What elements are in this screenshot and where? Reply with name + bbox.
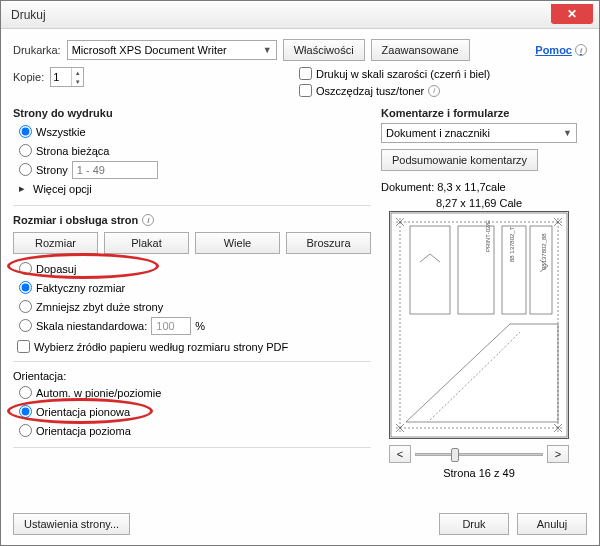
radio-range[interactable]: Strony — [19, 161, 371, 178]
help-link[interactable]: Pomoc i — [535, 44, 587, 56]
info-icon: i — [142, 214, 154, 226]
copies-input[interactable] — [51, 68, 71, 86]
spinner-down-icon[interactable]: ▼ — [72, 77, 83, 86]
svg-text:PRINT-02/E: PRINT-02/E — [485, 220, 491, 252]
prev-page-button[interactable]: < — [389, 445, 411, 463]
spinner-up-icon[interactable]: ▲ — [72, 68, 83, 77]
close-icon[interactable]: ✕ — [551, 4, 593, 24]
save-ink-checkbox[interactable]: Oszczędzaj tusz/toner i — [299, 84, 490, 97]
size-button[interactable]: Rozmiar — [13, 232, 98, 254]
cancel-button[interactable]: Anuluj — [517, 513, 587, 535]
comments-select[interactable]: Dokument i znaczniki ▼ — [381, 123, 577, 143]
page-setup-button[interactable]: Ustawienia strony... — [13, 513, 130, 535]
grayscale-checkbox[interactable]: Drukuj w skali szarości (czerń i biel) — [299, 67, 490, 80]
doc-size-label: Dokument: 8,3 x 11,7cale — [381, 181, 577, 193]
chevron-down-icon: ▼ — [263, 45, 272, 55]
radio-landscape[interactable]: Orientacja pozioma — [19, 422, 371, 439]
radio-fit[interactable]: Dopasuj — [19, 260, 371, 277]
multiple-button[interactable]: Wiele — [195, 232, 280, 254]
comments-summary-button[interactable]: Podsumowanie komentarzy — [381, 149, 538, 171]
chevron-down-icon: ▼ — [563, 128, 572, 138]
printer-label: Drukarka: — [13, 44, 61, 56]
copies-label: Kopie: — [13, 71, 44, 83]
next-page-button[interactable]: > — [547, 445, 569, 463]
pages-header: Strony do wydruku — [13, 107, 371, 119]
pages-range-input[interactable] — [72, 161, 158, 179]
radio-portrait[interactable]: Orientacja pionowa — [19, 403, 371, 420]
printer-select[interactable]: Microsoft XPS Document Writer ▼ — [67, 40, 277, 60]
window-title: Drukuj — [11, 8, 46, 22]
radio-auto-orient[interactable]: Autom. w pionie/poziomie — [19, 384, 371, 401]
svg-text:88 137802_T: 88 137802_T — [509, 226, 515, 262]
booklet-button[interactable]: Broszura — [286, 232, 371, 254]
radio-shrink[interactable]: Zmniejsz zbyt duże strony — [19, 298, 371, 315]
advanced-button[interactable]: Zaawansowane — [371, 39, 470, 61]
scale-input[interactable] — [151, 317, 191, 335]
page-indicator: Strona 16 z 49 — [381, 467, 577, 479]
comments-header: Komentarze i formularze — [381, 107, 577, 119]
size-header: Rozmiar i obsługa stron i — [13, 214, 371, 226]
radio-actual[interactable]: Faktyczny rozmiar — [19, 279, 371, 296]
info-icon: i — [575, 44, 587, 56]
page-slider[interactable] — [415, 447, 543, 461]
radio-current[interactable]: Strona bieżąca — [19, 142, 371, 159]
info-icon: i — [428, 85, 440, 97]
sheet-size-label: 8,27 x 11,69 Cale — [381, 197, 577, 209]
svg-rect-5 — [410, 226, 450, 314]
svg-text:08137802_88: 08137802_88 — [541, 233, 547, 270]
print-button[interactable]: Druk — [439, 513, 509, 535]
more-options-expander[interactable]: Więcej opcji — [19, 180, 371, 197]
poster-button[interactable]: Plakat — [104, 232, 189, 254]
radio-custom-scale[interactable]: Skala niestandardowa: % — [19, 317, 371, 334]
radio-all[interactable]: Wszystkie — [19, 123, 371, 140]
print-preview: PRINT-02/E 88 137802_T 08137802_88 — [389, 211, 569, 439]
orientation-header: Orientacja: — [13, 370, 371, 382]
properties-button[interactable]: Właściwości — [283, 39, 365, 61]
paper-source-checkbox[interactable]: Wybierz źródło papieru według rozmiaru s… — [17, 340, 371, 353]
copies-spinner[interactable]: ▲ ▼ — [50, 67, 84, 87]
